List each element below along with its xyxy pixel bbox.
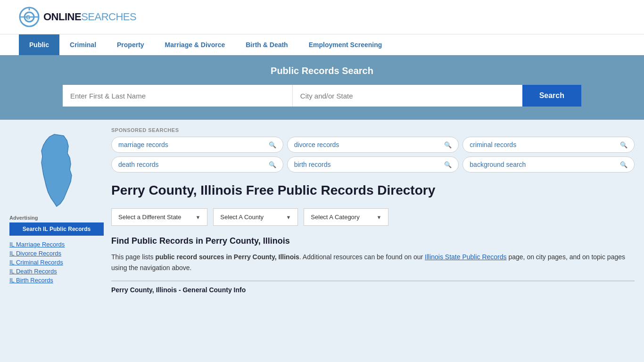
nav-item-marriage-divorce[interactable]: Marriage & Divorce (155, 34, 236, 55)
search-icon-divorce: 🔍 (444, 141, 452, 148)
logo-text: ONLINESEARCHES (43, 11, 136, 23)
search-button[interactable]: Search (522, 85, 581, 107)
dropdowns-row: Select a Different State ▼ Select A Coun… (111, 208, 635, 226)
search-icon-background: 🔍 (620, 161, 627, 168)
svg-text:G: G (26, 14, 30, 21)
sponsored-label: SPONSORED SEARCHES (111, 127, 635, 133)
nav-item-employment[interactable]: Employment Screening (298, 34, 393, 55)
tag-birth-records[interactable]: birth records 🔍 (287, 156, 459, 173)
nav-item-criminal[interactable]: Criminal (59, 34, 107, 55)
logo[interactable]: G ONLINESEARCHES (19, 7, 136, 27)
sidebar-ad-button[interactable]: Search IL Public Records (9, 222, 104, 236)
search-icon-marriage: 🔍 (269, 141, 276, 148)
find-description: This page lists public record sources in… (111, 252, 635, 273)
sidebar-link-death[interactable]: IL Death Records (9, 267, 104, 275)
nav-item-public[interactable]: Public (19, 34, 59, 55)
state-dropdown[interactable]: Select a Different State ▼ (111, 208, 207, 226)
county-dropdown[interactable]: Select A County ▼ (213, 208, 298, 226)
logo-icon: G (19, 7, 40, 27)
sponsored-tags: marriage records 🔍 divorce records 🔍 cri… (111, 137, 635, 173)
tag-divorce-records[interactable]: divorce records 🔍 (287, 137, 459, 153)
sidebar-links: IL Marriage Records IL Divorce Records I… (9, 240, 104, 284)
search-icon-criminal: 🔍 (620, 141, 627, 148)
chevron-down-icon: ▼ (195, 214, 200, 220)
tag-criminal-records[interactable]: criminal records 🔍 (462, 137, 635, 153)
sidebar: Advertising Search IL Public Records IL … (9, 127, 104, 294)
search-banner: Public Records Search Search (0, 55, 644, 120)
main-container: Advertising Search IL Public Records IL … (0, 120, 644, 301)
sidebar-link-divorce[interactable]: IL Divorce Records (9, 249, 104, 257)
county-info-title: Perry County, Illinois - General County … (111, 280, 635, 294)
sidebar-ad-label: Advertising (9, 215, 104, 221)
chevron-down-icon: ▼ (286, 214, 291, 220)
nav-item-property[interactable]: Property (107, 34, 155, 55)
search-icon-death: 🔍 (269, 161, 276, 168)
search-icon-birth: 🔍 (444, 161, 452, 168)
search-banner-title: Public Records Search (19, 66, 625, 76)
page-title: Perry County, Illinois Free Public Recor… (111, 182, 635, 199)
category-dropdown[interactable]: Select A Category ▼ (304, 208, 388, 226)
nav-item-birth-death[interactable]: Birth & Death (235, 34, 298, 55)
name-search-input[interactable] (63, 85, 293, 107)
chevron-down-icon: ▼ (376, 214, 381, 220)
content-area: SPONSORED SEARCHES marriage records 🔍 di… (111, 127, 635, 294)
illinois-state-records-link[interactable]: Illinois State Public Records (425, 253, 507, 261)
location-search-input[interactable] (293, 85, 522, 107)
tag-marriage-records[interactable]: marriage records 🔍 (111, 137, 283, 153)
header: G ONLINESEARCHES (0, 0, 644, 34)
main-nav: Public Criminal Property Marriage & Divo… (0, 34, 644, 55)
sidebar-link-birth[interactable]: IL Birth Records (9, 276, 104, 284)
tag-death-records[interactable]: death records 🔍 (111, 156, 283, 173)
find-section-title: Find Public Records in Perry County, Ill… (111, 236, 635, 246)
state-map-illinois (28, 132, 85, 207)
sidebar-link-marriage[interactable]: IL Marriage Records (9, 240, 104, 248)
tag-background-search[interactable]: background search 🔍 (462, 156, 635, 173)
search-form: Search (63, 85, 581, 107)
sidebar-link-criminal[interactable]: IL Criminal Records (9, 258, 104, 266)
